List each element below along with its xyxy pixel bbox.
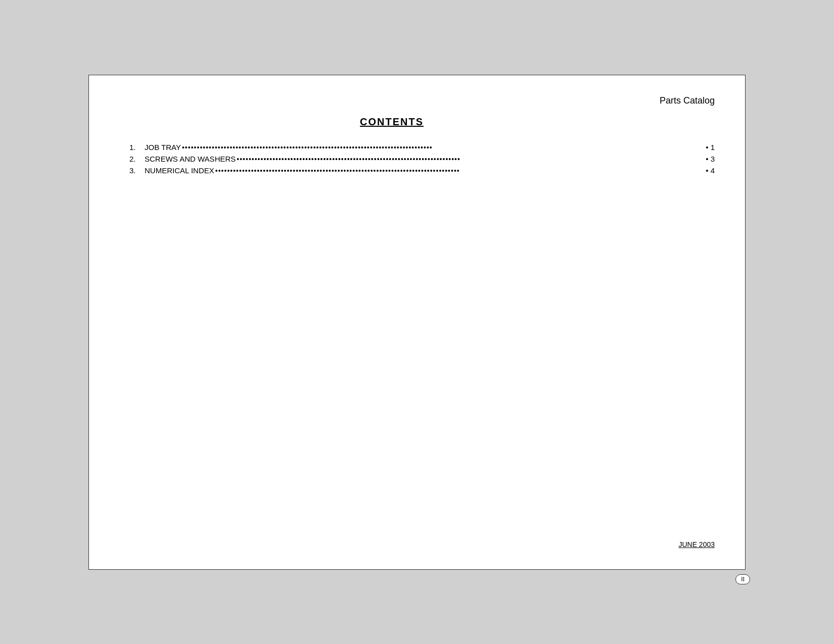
toc-dots-3: ••••••••••••••••••••••••••••••••••••••••… [215,167,705,175]
toc-page-1: • 1 [706,143,715,152]
toc-dots-1: ••••••••••••••••••••••••••••••••••••••••… [182,143,705,152]
contents-title-area: CONTENTS [69,116,715,128]
toc-list: 1. JOB TRAY ••••••••••••••••••••••••••••… [129,143,715,175]
date-label: JUNE 2003 [678,540,715,549]
toc-label-2: SCREWS AND WASHERS [145,155,236,163]
page-container: Parts Catalog CONTENTS 1. JOB TRAY •••••… [88,75,746,570]
toc-label-3: NUMERICAL INDEX [145,166,214,175]
page-number-value: II [741,576,745,583]
parts-catalog-label: Parts Catalog [660,95,715,106]
list-item: 2. SCREWS AND WASHERS ••••••••••••••••••… [129,155,715,163]
toc-page-2: • 3 [706,155,715,163]
list-item: 3. NUMERICAL INDEX •••••••••••••••••••••… [129,166,715,175]
toc-number-3: 3. [129,166,145,175]
list-item: 1. JOB TRAY ••••••••••••••••••••••••••••… [129,143,715,152]
toc-dots-2: ••••••••••••••••••••••••••••••••••••••••… [237,155,705,163]
toc-page-3: • 4 [706,166,715,175]
toc-number-1: 1. [129,143,145,152]
header: Parts Catalog [119,95,715,106]
page-number-badge: II [735,574,750,584]
contents-title: CONTENTS [360,116,424,127]
toc-label-1: JOB TRAY [145,143,181,152]
footer: JUNE 2003 [678,540,715,549]
toc-number-2: 2. [129,155,145,163]
